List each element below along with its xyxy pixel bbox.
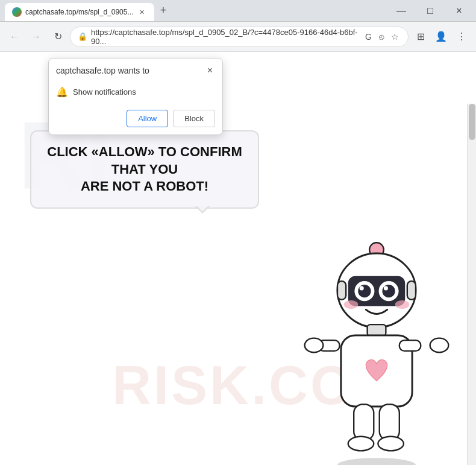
block-button[interactable]: Block xyxy=(173,110,215,127)
speech-bubble: CLICK «ALLOW» TO CONFIRM THAT YOU ARE NO… xyxy=(30,130,259,209)
active-tab[interactable]: captchasafe.top/ms/spl_d_0905... × xyxy=(5,3,154,21)
maximize-button[interactable]: □ xyxy=(418,0,442,22)
svg-rect-15 xyxy=(368,324,386,336)
notification-row: 🔔 Show notifications xyxy=(56,84,215,100)
close-window-button[interactable]: × xyxy=(447,0,471,22)
svg-rect-14 xyxy=(407,281,416,300)
window-controls: — □ × xyxy=(389,0,471,22)
notification-permission-popup: captchasafe.top wants to × 🔔 Show notifi… xyxy=(48,58,223,135)
profile-button[interactable]: 👤 xyxy=(431,27,451,46)
speech-text-line1: CLICK «ALLOW» TO CONFIRM THAT YOU xyxy=(46,144,243,178)
svg-point-22 xyxy=(348,437,374,451)
browser-viewport: RI RISK.CO CLICK «ALLOW» TO CONFIRM THAT… xyxy=(0,52,476,465)
browser-action-icons: ⊞ 👤 ⋮ xyxy=(411,27,471,46)
popup-actions: Allow Block xyxy=(49,106,222,134)
menu-button[interactable]: ⋮ xyxy=(452,27,471,46)
extensions-button[interactable]: ⊞ xyxy=(411,27,430,46)
speech-text-line2: ARE NOT A ROBOT! xyxy=(46,178,243,195)
notification-label: Show notifications xyxy=(73,87,136,96)
address-bar: ← → ↻ 🔒 https://captchasafe.top/ms/spl_d… xyxy=(0,22,476,52)
svg-point-20 xyxy=(430,338,449,353)
lock-icon: 🔒 xyxy=(78,32,87,41)
reload-button[interactable]: ↻ xyxy=(48,27,67,46)
bookmark-icon[interactable]: ☆ xyxy=(389,30,401,43)
popup-close-button[interactable]: × xyxy=(205,65,215,77)
svg-point-10 xyxy=(384,286,388,290)
share-icon[interactable]: ⎋ xyxy=(377,30,386,43)
svg-point-0 xyxy=(337,458,416,465)
bell-icon: 🔔 xyxy=(56,86,68,98)
svg-point-9 xyxy=(360,286,364,290)
url-text: https://captchasafe.top/ms/spl_d_0905_02… xyxy=(91,28,360,46)
back-icon: ← xyxy=(10,31,19,42)
forward-button[interactable]: → xyxy=(27,27,46,46)
svg-point-7 xyxy=(358,285,371,297)
forward-icon: → xyxy=(31,31,41,42)
robot-illustration xyxy=(298,230,455,453)
minimize-button[interactable]: — xyxy=(389,0,413,22)
popup-body: 🔔 Show notifications xyxy=(49,80,222,106)
tab-list: captchasafe.top/ms/spl_d_0905... × + xyxy=(5,0,389,21)
popup-header: captchasafe.top wants to × xyxy=(49,59,222,80)
svg-rect-21 xyxy=(354,405,374,440)
google-account-icon[interactable]: G xyxy=(363,30,374,43)
back-button[interactable]: ← xyxy=(5,27,24,46)
title-bar: captchasafe.top/ms/spl_d_0905... × + — □… xyxy=(0,0,476,22)
svg-point-12 xyxy=(395,300,410,309)
reload-icon: ↻ xyxy=(54,31,62,42)
svg-point-18 xyxy=(305,338,324,353)
svg-point-24 xyxy=(378,437,404,451)
tab-close-button[interactable]: × xyxy=(137,6,146,18)
url-action-icons: G ⎋ ☆ xyxy=(363,30,401,43)
svg-point-11 xyxy=(344,300,359,309)
tab-favicon xyxy=(12,7,22,17)
robot-svg xyxy=(298,230,455,465)
allow-button[interactable]: Allow xyxy=(127,110,168,127)
tab-title: captchasafe.top/ms/spl_d_0905... xyxy=(25,8,133,16)
scrollbar-thumb[interactable] xyxy=(469,104,475,140)
new-tab-button[interactable]: + xyxy=(157,4,171,17)
svg-rect-19 xyxy=(399,340,421,351)
popup-title: captchasafe.top wants to xyxy=(56,66,149,75)
url-input[interactable]: 🔒 https://captchasafe.top/ms/spl_d_0905_… xyxy=(70,27,409,47)
svg-point-8 xyxy=(382,285,395,297)
page-content: RI RISK.CO CLICK «ALLOW» TO CONFIRM THAT… xyxy=(0,52,467,465)
svg-rect-23 xyxy=(380,405,399,440)
scrollbar[interactable] xyxy=(467,104,476,465)
svg-rect-13 xyxy=(337,281,346,300)
